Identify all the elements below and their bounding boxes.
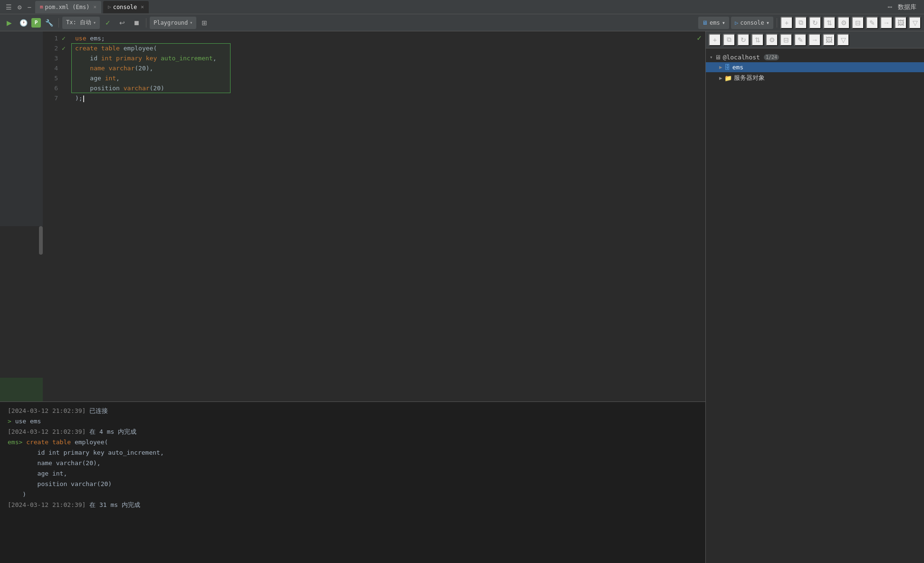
hamburger-icon[interactable]: ☰ [4, 2, 14, 12]
line-num-1: 1 [47, 33, 58, 43]
localhost-icon: 🖥 [715, 54, 721, 61]
console-create-body: employee( [71, 439, 108, 446]
tab-console-close[interactable]: ✕ [141, 4, 144, 10]
undo-button[interactable]: ↩ [116, 17, 128, 29]
right-copy-button[interactable]: ⧉ [723, 34, 735, 46]
console-line-9: ) [8, 489, 698, 500]
tab-pom-close[interactable]: ✕ [93, 4, 96, 10]
playground-arrow-icon: ▾ [190, 20, 192, 25]
copy-button[interactable]: ⧉ [795, 17, 807, 29]
console-timestamp-3: [2024-03-12 21:02:39] [8, 501, 89, 508]
tab-pom-label: pom.xml (Ems) [45, 4, 90, 10]
db-icon: 🖥 [702, 19, 708, 26]
editor-area: ✓ 1 2 3 4 5 6 7 ✓ ✓ [0, 31, 705, 401]
line-num-2: 2 [47, 43, 58, 53]
line-num-4: 4 [47, 63, 58, 73]
sync-button[interactable]: ⇅ [823, 17, 836, 29]
localhost-label: @localhost [723, 54, 760, 61]
code-line-2: create table employee( [75, 43, 702, 53]
playground-dropdown[interactable]: Playground ▾ [150, 17, 196, 29]
right-add-button[interactable]: + [709, 34, 721, 46]
p-button[interactable]: P [31, 18, 41, 28]
code-editor[interactable]: ✓ 1 2 3 4 5 6 7 ✓ ✓ [43, 31, 705, 401]
settings2-button[interactable]: ⚙ [837, 17, 850, 29]
scroll-indicator[interactable] [39, 226, 43, 255]
console-line-8: position varchar(20) [8, 479, 698, 489]
tree-ems[interactable]: ▶ 🗄 ems [706, 62, 924, 72]
right-arrow-button[interactable]: → [808, 34, 821, 46]
tx-arrow-icon: ▾ [93, 20, 96, 25]
right-filter-button[interactable]: ▽ [837, 34, 849, 46]
grid-button[interactable]: ⊞ [198, 17, 211, 29]
server-objects-chevron: ▶ [719, 75, 722, 81]
line-numbers: 1 2 3 4 5 6 7 [43, 33, 62, 400]
edit-button[interactable]: ✎ [866, 17, 878, 29]
check-button[interactable]: ✓ [102, 17, 114, 29]
ems-db-icon: 🗄 [724, 64, 731, 71]
console-line-3: [2024-03-12 21:02:39] 在 4 ms 内完成 [8, 427, 698, 437]
top-bar: ☰ ⚙ − m pom.xml (Ems) ✕ ▷ console ✕ ⋯ 数据… [0, 0, 924, 14]
separator-1 [58, 18, 59, 28]
console-connected: 已连接 [89, 407, 108, 414]
filter-button[interactable]: ▽ [909, 17, 921, 29]
stop-button[interactable]: ⏹ [130, 17, 143, 29]
tx-dropdown[interactable]: Tx: 自动 ▾ [62, 17, 100, 29]
console-line-4: ems> create table employee( [8, 437, 698, 448]
server-objects-label: 服务器对象 [734, 74, 765, 82]
tree-server-objects[interactable]: ▶ 📁 服务器对象 [706, 72, 924, 84]
line-indicators: ✓ ✓ [62, 33, 71, 400]
tree-view[interactable]: ▾ 🖥 @localhost 1/24 ▶ 🗄 ems ▶ 📁 服务器对象 [706, 48, 924, 563]
console-prompt-1: > [8, 418, 15, 425]
tree-localhost[interactable]: ▾ 🖥 @localhost 1/24 [706, 52, 924, 62]
tx-label: Tx: 自动 [66, 19, 91, 27]
playground-label: Playground [154, 19, 188, 26]
console-sql-line-5: ) [8, 491, 26, 498]
console-create-kw: create table [26, 439, 71, 446]
separator-3 [777, 18, 777, 28]
code-content[interactable]: use ems; create table employee( id int p… [71, 33, 705, 400]
db-selector[interactable]: 🖥 ems ▾ [698, 17, 729, 29]
code-line-1: use ems; [75, 33, 702, 43]
right-settings-button[interactable]: ⚙ [766, 34, 778, 46]
bottom-panel[interactable]: [2024-03-12 21:02:39] 已连接 > use ems [202… [0, 401, 705, 563]
console-name-label: console [740, 19, 764, 26]
right-refresh-button[interactable]: ↻ [737, 34, 750, 46]
console-icon: ▷ [735, 19, 738, 26]
right-toolbar: + ⧉ ↻ ⇅ ⚙ ⊟ ✎ → 🖼 ▽ [706, 31, 924, 48]
tab-pom-icon: m [40, 4, 43, 10]
right-edit-button[interactable]: ✎ [794, 34, 807, 46]
minimize-icon[interactable]: − [25, 2, 33, 12]
layout-button[interactable]: ⊟ [852, 17, 864, 29]
line-num-7: 7 [47, 93, 58, 103]
tab-console-icon: ▷ [108, 4, 111, 10]
console-ems-prompt: ems> [8, 439, 26, 446]
right-panel: + ⧉ ↻ ⇅ ⚙ ⊟ ✎ → 🖼 ▽ ▾ 🖥 @localhost 1/24 … [705, 31, 924, 563]
more-options-icon[interactable]: ⋯ [887, 2, 892, 11]
arrow-button[interactable]: → [880, 17, 893, 29]
line-num-5: 5 [47, 73, 58, 83]
add-button[interactable]: + [780, 17, 793, 29]
console-line-7: age int, [8, 468, 698, 479]
console-sql-line-4: position varchar(20) [8, 480, 112, 487]
history-button[interactable]: 🕐 [17, 17, 29, 29]
console-line-6: name varchar(20), [8, 458, 698, 468]
console-complete-1: 在 4 ms 内完成 [89, 428, 136, 435]
image-button[interactable]: 🖼 [895, 17, 907, 29]
wrench-button[interactable]: 🔧 [43, 17, 55, 29]
refresh-button[interactable]: ↻ [809, 17, 821, 29]
tab-pom[interactable]: m pom.xml (Ems) ✕ [35, 1, 101, 13]
ems-chevron: ▶ [719, 64, 722, 70]
right-sync-button[interactable]: ⇅ [751, 34, 764, 46]
console-selector[interactable]: ▷ console ▾ [731, 17, 773, 29]
tab-console-label: console [113, 4, 137, 10]
console-complete-2: 在 31 ms 内完成 [89, 501, 140, 508]
main-content: ✓ 1 2 3 4 5 6 7 ✓ ✓ [0, 31, 924, 563]
settings-icon[interactable]: ⚙ [16, 2, 23, 12]
line-num-3: 3 [47, 53, 58, 63]
right-image-button[interactable]: 🖼 [823, 34, 835, 46]
tab-console[interactable]: ▷ console ✕ [103, 1, 149, 13]
console-timestamp-1: [2024-03-12 21:02:39] [8, 407, 89, 414]
run-button[interactable]: ▶ [3, 17, 15, 29]
left-strip-bottom [0, 226, 43, 401]
right-layout-button[interactable]: ⊟ [780, 34, 792, 46]
